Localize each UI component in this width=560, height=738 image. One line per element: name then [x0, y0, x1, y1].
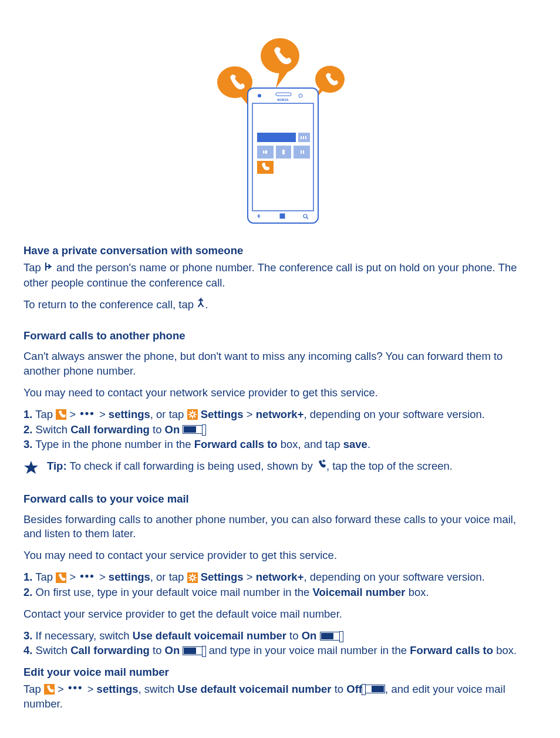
text: , tap the top of the screen.	[326, 460, 453, 472]
step: 2. On first use, type in your default vo…	[23, 585, 537, 600]
network-label: network+	[256, 571, 304, 583]
svg-marker-33	[24, 461, 38, 474]
page-number: 43	[519, 735, 537, 738]
step-number: 1.	[23, 571, 32, 583]
steps-list: 1. Tap > ••• > settings, or tap Settings…	[23, 570, 537, 600]
settings-label: settings	[109, 408, 150, 420]
conference-call-illustration: NOKIA	[207, 23, 353, 226]
use-default-voicemail-label: Use default voicemail number	[133, 629, 286, 642]
more-icon: •••	[67, 680, 84, 695]
svg-line-32	[190, 416, 191, 417]
text: Switch	[32, 644, 70, 656]
svg-line-40	[194, 579, 195, 581]
step-number: 1.	[23, 408, 32, 420]
more-icon: •••	[79, 406, 96, 421]
step: 3. If necessary, switch Use default voic…	[23, 629, 537, 643]
on-label: On	[165, 644, 180, 656]
steps-list: 3. If necessary, switch Use default voic…	[23, 629, 537, 658]
paragraph: You may need to contact your service pro…	[23, 548, 537, 563]
text: Tap	[32, 408, 56, 420]
step: 2. Switch Call forwarding to On .	[23, 423, 537, 437]
settings-label: settings	[109, 571, 150, 583]
text: Tap	[23, 683, 44, 695]
paragraph: Contact your service provider to get the…	[23, 607, 537, 622]
text: On first use, type in your default voice…	[32, 586, 312, 598]
text: >	[55, 683, 67, 695]
off-label: Off	[346, 683, 362, 695]
forward-calls-to-label: Forward calls to	[194, 438, 278, 450]
tip: Tip: To check if call forwarding is bein…	[23, 459, 537, 476]
text: , depending on your software version.	[303, 408, 485, 420]
text: To check if call forwarding is being use…	[67, 460, 316, 472]
network-label: network+	[256, 408, 304, 420]
text: >	[66, 571, 79, 583]
svg-point-5	[258, 94, 261, 97]
gear-icon	[187, 409, 198, 420]
text: Tap	[23, 261, 44, 274]
settings-label-cap: Settings	[201, 571, 244, 583]
phone-icon	[56, 409, 66, 420]
tip-label: Tip:	[47, 460, 67, 472]
toggle-on-icon	[183, 646, 203, 655]
svg-rect-17	[303, 150, 304, 154]
star-icon	[23, 460, 39, 476]
text: and the person's name or phone number. T…	[23, 261, 517, 289]
text: to	[150, 644, 165, 656]
toggle-on-icon	[320, 632, 340, 641]
svg-line-39	[190, 575, 191, 576]
step: 4. Switch Call forwarding to On , and ty…	[23, 643, 537, 658]
use-default-voicemail-label: Use default voicemail number	[177, 683, 331, 695]
text: >	[96, 408, 109, 420]
settings-label: settings	[97, 683, 139, 695]
paragraph: Tap and the person's name or phone numbe…	[23, 261, 537, 291]
paragraph: You may need to contact your network ser…	[23, 386, 537, 400]
svg-line-42	[190, 579, 191, 581]
toggle-off-icon	[365, 685, 385, 693]
text: >	[85, 683, 97, 695]
svg-line-31	[194, 412, 195, 413]
heading-forward-voicemail: Forward calls to your voice mail	[23, 492, 537, 507]
text: , depending on your software version.	[303, 571, 485, 583]
svg-line-29	[190, 412, 191, 413]
text: .	[205, 298, 208, 311]
text: Switch	[32, 423, 70, 436]
step: 1. Tap > ••• > settings, or tap Settings…	[23, 570, 537, 585]
text: box.	[406, 586, 429, 598]
text: box.	[493, 644, 517, 656]
step: 3. Type in the phone number in the Forwa…	[23, 437, 537, 452]
paragraph: Tap > ••• > settings, switch Use default…	[23, 682, 537, 712]
text: .	[367, 438, 370, 450]
tip-text: Tip: To check if call forwarding is bein…	[47, 459, 453, 474]
heading-forward-calls: Forward calls to another phone	[23, 329, 537, 343]
settings-label-cap: Settings	[201, 408, 244, 420]
text: box, and tap	[278, 438, 343, 450]
on-label: On	[165, 423, 180, 436]
text: , switch	[139, 683, 178, 695]
step-number: 3.	[23, 438, 32, 450]
forward-calls-to-label: Forward calls to	[410, 644, 493, 656]
call-forwarding-label: Call forwarding	[70, 644, 150, 656]
step: 1. Tap > ••• > settings, or tap Settings…	[23, 407, 537, 423]
phone-icon	[44, 684, 55, 695]
forward-indicator-icon	[316, 459, 326, 473]
heading-private-conversation: Have a private conversation with someone	[23, 244, 537, 258]
svg-rect-16	[301, 150, 302, 154]
phone-icon	[56, 572, 66, 583]
merge-icon	[197, 297, 205, 312]
svg-point-34	[191, 576, 194, 579]
gear-icon	[187, 572, 198, 583]
text: If necessary, switch	[32, 629, 132, 642]
voicemail-number-label: Voicemail number	[313, 586, 406, 598]
svg-line-30	[194, 416, 195, 417]
step-number: 3.	[23, 629, 32, 642]
toggle-on-icon	[183, 425, 203, 434]
text: Tap	[32, 571, 56, 583]
svg-rect-18	[303, 136, 304, 139]
svg-rect-15	[282, 150, 285, 154]
text: To return to the conference call, tap	[23, 298, 197, 311]
svg-point-24	[191, 413, 194, 416]
text: Type in the phone number in the	[32, 438, 194, 450]
svg-rect-21	[280, 214, 285, 218]
paragraph: Besides forwarding calls to another phon…	[23, 513, 537, 542]
footer: © 2013 Microsoft Mobile. All rights rese…	[23, 735, 537, 738]
